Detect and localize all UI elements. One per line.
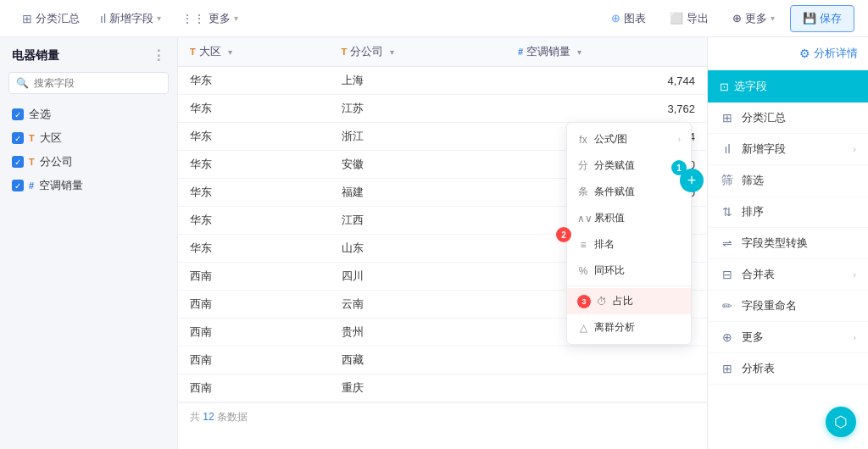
classify-icon: ⊞ <box>22 12 32 25</box>
col-region[interactable]: T 大区 ▾ <box>178 37 330 67</box>
col-company-arrow: ▾ <box>390 47 394 57</box>
help-button[interactable]: ⬡ <box>826 407 856 437</box>
ctx-cumulative[interactable]: ∧∨ 累积值 <box>567 205 691 231</box>
type-convert-label: 字段类型转换 <box>742 236 808 251</box>
ctx-rank-label: 排名 <box>594 237 615 252</box>
chevron-down-icon2: ▾ <box>234 14 238 23</box>
right-menu-filter[interactable]: 筛 筛选 <box>708 165 868 197</box>
cell-company: 四川 <box>330 263 506 291</box>
rank-icon: ≡ <box>577 239 589 251</box>
cell-region: 西南 <box>178 263 330 291</box>
ctx-cumulative-label: 累积值 <box>594 211 625 225</box>
checkbox-all[interactable]: ✓ <box>12 108 24 120</box>
field-label-region: 大区 <box>40 130 62 146</box>
ctx-outlier[interactable]: △ 离群分析 <box>567 314 691 341</box>
classify-button[interactable]: ⊞ 分类汇总 <box>14 6 88 31</box>
table-footer: 共 12 条数据 <box>178 402 707 431</box>
checkbox-sales[interactable]: ✓ <box>12 180 24 191</box>
col-sales-label: 空调销量 <box>526 44 570 59</box>
chart-icon: ⊕ <box>611 12 620 25</box>
classify-menu-label: 分类汇总 <box>742 110 786 125</box>
cell-company: 云南 <box>330 291 506 319</box>
plus-section: 1 + <box>680 169 704 192</box>
field-item-region[interactable]: ✓ T 大区 <box>5 126 172 150</box>
choose-field-button[interactable]: ⊡ 选字段 <box>708 70 868 103</box>
sort-menu-icon: ⇅ <box>720 205 735 219</box>
right-menu-type-convert[interactable]: ⇌ 字段类型转换 <box>708 228 868 259</box>
classify-label: 分类汇总 <box>36 11 80 26</box>
checkbox-company[interactable]: ✓ <box>12 156 24 168</box>
cell-company: 西藏 <box>330 346 506 374</box>
sidebar: 电器销量 ⋮ 🔍 ✓ 全选 ✓ T 大区 ✓ T 分公司 <box>0 37 178 449</box>
checkbox-region[interactable]: ✓ <box>12 132 24 144</box>
col-region-type: T <box>190 47 196 57</box>
table-row: 华东江苏3,762 <box>178 95 707 123</box>
more-button[interactable]: ⋮⋮ 更多 ▾ <box>173 6 247 31</box>
ctx-condition-assign-label: 条件赋值 <box>594 185 635 199</box>
merge-chevron: › <box>853 269 856 280</box>
ctx-outlier-label: 离群分析 <box>594 320 635 335</box>
search-input[interactable] <box>34 77 161 89</box>
cell-company: 浙江 <box>330 123 506 151</box>
cell-region: 华东 <box>178 179 330 207</box>
field-item-sales[interactable]: ✓ # 空调销量 <box>5 174 172 197</box>
right-menu-more[interactable]: ⊕ 更多 › <box>708 322 868 353</box>
cell-region: 华东 <box>178 235 330 263</box>
field-item-company[interactable]: ✓ T 分公司 <box>5 150 172 174</box>
ctx-classify-assign-label: 分类赋值 <box>594 158 635 173</box>
add-field-button[interactable]: ıl 新增字段 ▾ <box>92 6 170 31</box>
filter-menu-icon: 筛 <box>720 173 735 188</box>
badge-2: 2 <box>556 227 571 242</box>
search-icon: 🔍 <box>16 77 29 89</box>
field-type-sales: # <box>29 180 34 191</box>
classify-assign-icon: 分 <box>577 158 589 173</box>
addfield-chevron: › <box>853 144 856 154</box>
ctx-proportion[interactable]: 3 ⏱ 占比 <box>567 288 691 314</box>
analysis-menu-icon: ⊞ <box>720 362 735 375</box>
col-company[interactable]: T 分公司 ▾ <box>330 37 506 67</box>
export-button[interactable]: ⬜ 导出 <box>661 6 717 31</box>
more2-button[interactable]: ⊕ 更多 ▾ <box>724 6 783 31</box>
sidebar-title: 电器销量 <box>12 48 59 64</box>
cell-company: 山东 <box>330 235 506 263</box>
more-label: 更多 <box>209 11 231 26</box>
right-menu-sort[interactable]: ⇅ 排序 <box>708 197 868 228</box>
right-menu-classify[interactable]: ⊞ 分类汇总 <box>708 103 868 134</box>
addfield-menu-icon: ıl <box>720 142 735 156</box>
save-icon: 💾 <box>803 12 816 25</box>
chart-label: 图表 <box>624 11 646 26</box>
right-menu-rename[interactable]: ✏ 字段重命名 <box>708 291 868 322</box>
more-icon: ⋮⋮ <box>181 12 205 25</box>
table-area: T 大区 ▾ T 分公司 ▾ # <box>178 37 707 449</box>
field-type-company: T <box>29 157 35 167</box>
col-sales[interactable]: # 空调销量 ▾ <box>506 37 707 67</box>
ctx-condition-assign[interactable]: 条 条件赋值 <box>567 179 691 205</box>
analysis-icon: ⚙ <box>799 47 810 60</box>
badge-2-wrapper: 2 <box>556 227 571 242</box>
chart-button[interactable]: ⊕ 图表 <box>603 6 654 31</box>
cumulative-icon: ∧∨ <box>577 213 589 224</box>
more2-label: 更多 <box>745 11 767 26</box>
add-field-icon: ıl <box>100 12 106 25</box>
sidebar-title-row: 电器销量 ⋮ <box>0 47 177 72</box>
ctx-formula[interactable]: fx 公式/图 › <box>567 126 691 152</box>
chevron-down-icon3: ▾ <box>771 14 775 23</box>
ctx-yoy[interactable]: % 同环比 <box>567 258 691 284</box>
sidebar-search-box[interactable]: 🔍 <box>8 72 169 94</box>
col-company-label: 分公司 <box>350 44 383 59</box>
right-menu-analysis[interactable]: ⊞ 分析表 <box>708 353 868 385</box>
main-content: 电器销量 ⋮ 🔍 ✓ 全选 ✓ T 大区 ✓ T 分公司 <box>0 37 868 449</box>
sidebar-more-icon[interactable]: ⋮ <box>152 47 165 64</box>
save-label: 保存 <box>820 11 842 26</box>
ctx-rank[interactable]: ≡ 排名 <box>567 231 691 258</box>
cell-region: 华东 <box>178 207 330 235</box>
analysis-detail-btn[interactable]: ⚙ 分析详情 <box>708 37 868 70</box>
col-sales-arrow: ▾ <box>577 47 581 57</box>
right-menu-addfield[interactable]: ıl 新增字段 › <box>708 134 868 165</box>
badge-1: 1 <box>671 160 687 175</box>
right-menu-merge[interactable]: ⊟ 合并表 › <box>708 259 868 291</box>
cell-company: 江苏 <box>330 95 506 123</box>
save-button[interactable]: 💾 保存 <box>790 5 854 32</box>
cell-company: 贵州 <box>330 319 506 346</box>
field-item-all[interactable]: ✓ 全选 <box>5 103 172 126</box>
